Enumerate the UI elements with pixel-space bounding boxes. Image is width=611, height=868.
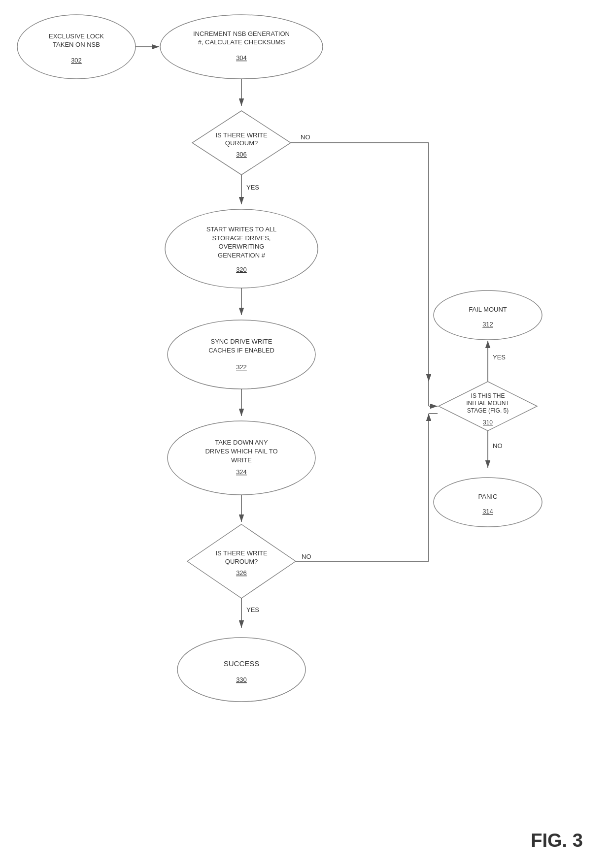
- svg-point-51: [434, 290, 542, 340]
- svg-text:FAIL MOUNT: FAIL MOUNT: [469, 306, 507, 313]
- svg-text:GENERATION #: GENERATION #: [218, 252, 266, 259]
- svg-text:STAGE (FIG. 5): STAGE (FIG. 5): [467, 407, 509, 414]
- svg-text:YES: YES: [493, 354, 506, 361]
- fig-label: FIG. 3: [531, 830, 583, 851]
- svg-text:SYNC DRIVE WRITE: SYNC DRIVE WRITE: [211, 338, 272, 345]
- svg-text:NO: NO: [302, 553, 311, 560]
- svg-text:314: 314: [482, 508, 493, 515]
- svg-text:INCREMENT NSB GENERATION: INCREMENT NSB GENERATION: [193, 30, 290, 37]
- svg-text:312: 312: [482, 321, 493, 328]
- svg-text:YES: YES: [246, 184, 259, 191]
- svg-text:WRITE: WRITE: [231, 456, 252, 464]
- svg-text:TAKE DOWN ANY: TAKE DOWN ANY: [215, 439, 268, 446]
- svg-text:EXCLUSIVE LOCK: EXCLUSIVE LOCK: [49, 32, 104, 40]
- svg-text:YES: YES: [246, 606, 259, 613]
- svg-text:#, CALCULATE CHECKSUMS: #, CALCULATE CHECKSUMS: [198, 38, 285, 46]
- diagram-container: EXCLUSIVE LOCK TAKEN ON NSB 302 INCREMEN…: [0, 0, 611, 868]
- svg-text:302: 302: [71, 57, 82, 64]
- svg-text:INITIAL MOUNT: INITIAL MOUNT: [466, 400, 509, 407]
- svg-text:NO: NO: [301, 133, 310, 141]
- svg-point-63: [434, 478, 542, 527]
- svg-text:306: 306: [236, 151, 247, 158]
- svg-text:310: 310: [483, 419, 493, 426]
- svg-text:PANIC: PANIC: [478, 493, 498, 500]
- svg-text:OVERWRITING: OVERWRITING: [219, 243, 265, 250]
- svg-text:324: 324: [236, 468, 247, 476]
- svg-text:322: 322: [236, 363, 247, 371]
- svg-point-6: [160, 15, 323, 79]
- svg-text:IS THERE WRITE: IS THERE WRITE: [215, 549, 268, 557]
- svg-point-28: [168, 320, 315, 389]
- svg-text:START WRITES TO ALL: START WRITES TO ALL: [206, 225, 277, 233]
- svg-text:IS THERE WRITE: IS THERE WRITE: [215, 131, 268, 139]
- svg-text:QUROUM?: QUROUM?: [225, 558, 258, 565]
- svg-text:CACHES IF ENABLED: CACHES IF ENABLED: [208, 347, 274, 354]
- svg-text:QUROUM?: QUROUM?: [225, 139, 258, 147]
- svg-text:SUCCESS: SUCCESS: [224, 659, 260, 668]
- svg-text:330: 330: [236, 676, 247, 683]
- svg-point-48: [177, 638, 306, 702]
- svg-text:326: 326: [236, 569, 247, 577]
- svg-text:STORAGE DRIVES,: STORAGE DRIVES,: [212, 234, 271, 242]
- svg-text:320: 320: [236, 266, 247, 273]
- svg-text:IS THIS THE: IS THIS THE: [471, 392, 505, 399]
- svg-text:DRIVES WHICH FAIL TO: DRIVES WHICH FAIL TO: [205, 448, 277, 455]
- svg-text:TAKEN ON NSB: TAKEN ON NSB: [53, 41, 100, 48]
- svg-text:304: 304: [236, 54, 247, 62]
- svg-text:NO: NO: [493, 442, 503, 450]
